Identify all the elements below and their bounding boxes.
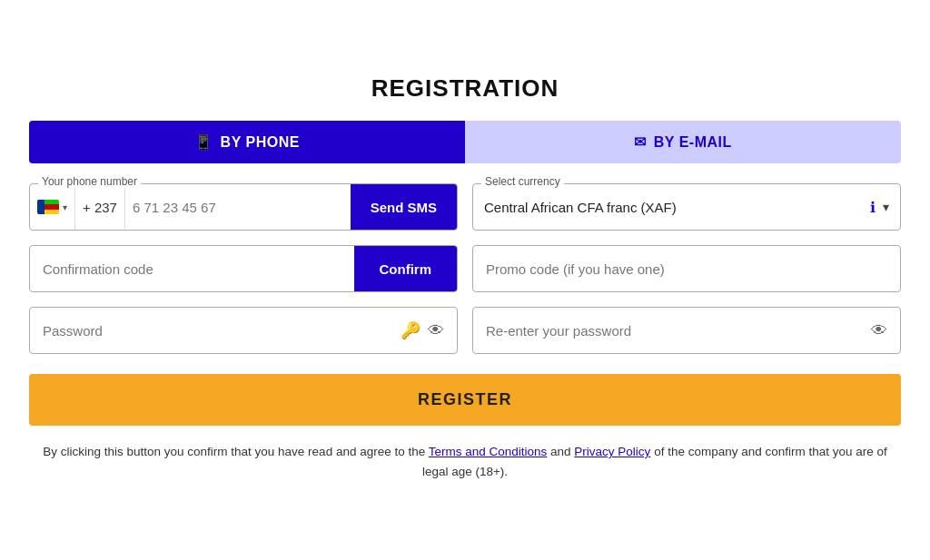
currency-value: Central African CFA franc (XAF) [484, 200, 863, 215]
currency-label: Select currency [481, 175, 564, 188]
eye-off-icon[interactable]: 👁 [428, 321, 444, 340]
confirmation-field: Confirm [29, 245, 458, 292]
confirmation-code-input[interactable] [30, 246, 354, 291]
phone-icon: 📱 [194, 133, 213, 151]
flag-dropdown[interactable]: ▾ [30, 184, 75, 230]
currency-chevron-icon[interactable]: ▾ [883, 200, 889, 214]
confirmation-promo-row: Confirm [29, 245, 901, 292]
promo-field [472, 245, 901, 292]
promo-field-wrap [472, 245, 901, 292]
tab-email[interactable]: ✉ BY E-MAIL [465, 121, 901, 163]
tab-phone[interactable]: 📱 BY PHONE [29, 121, 465, 163]
phone-field-wrap: Your phone number ▾ + 237 Send SMS [29, 183, 458, 231]
key-icon: 🔑 [401, 320, 420, 340]
cameroon-flag [37, 200, 59, 214]
send-sms-button[interactable]: Send SMS [351, 184, 457, 230]
reenter-password-input[interactable] [486, 308, 864, 353]
promo-code-input[interactable] [486, 261, 887, 277]
info-icon[interactable]: ℹ [870, 199, 876, 216]
tab-phone-label: BY PHONE [221, 134, 300, 151]
currency-field-wrap: Select currency Central African CFA fran… [472, 183, 901, 231]
confirmation-field-wrap: Confirm [29, 245, 458, 292]
password-row: 🔑 👁 👁 [29, 307, 901, 354]
terms-and-conditions-link[interactable]: Terms and Conditions [429, 445, 548, 458]
register-button[interactable]: REGISTER [29, 374, 901, 426]
eye-off-icon-2[interactable]: 👁 [871, 321, 887, 340]
flag-chevron-icon: ▾ [63, 202, 67, 212]
phone-field: ▾ + 237 Send SMS [29, 183, 458, 231]
tab-email-label: BY E-MAIL [654, 134, 732, 151]
password-field-wrap: 🔑 👁 [29, 307, 458, 354]
phone-number-input[interactable] [125, 184, 351, 230]
email-icon: ✉ [634, 133, 647, 151]
phone-country-code: + 237 [75, 184, 125, 230]
password-field: 🔑 👁 [29, 307, 458, 354]
page-title: REGISTRATION [29, 74, 901, 103]
password-input[interactable] [43, 308, 393, 353]
reenter-password-field: 👁 [472, 307, 901, 354]
terms-text-before: By clicking this button you confirm that… [43, 445, 429, 458]
confirm-button[interactable]: Confirm [354, 246, 458, 291]
tab-row: 📱 BY PHONE ✉ BY E-MAIL [29, 121, 901, 163]
currency-select[interactable]: Central African CFA franc (XAF) ℹ ▾ [472, 183, 901, 231]
terms-text: By clicking this button you confirm that… [29, 442, 901, 481]
reenter-field-wrap: 👁 [472, 307, 901, 354]
phone-label: Your phone number [38, 175, 141, 188]
privacy-policy-link[interactable]: Privacy Policy [574, 445, 650, 458]
terms-text-middle: and [547, 445, 574, 458]
phone-currency-row: Your phone number ▾ + 237 Send SMS Selec… [29, 183, 901, 231]
